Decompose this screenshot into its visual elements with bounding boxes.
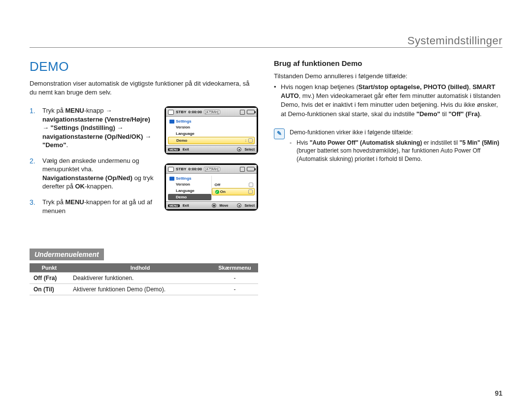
col-punkt: Punkt [30, 263, 69, 273]
menu-tag: MENU [168, 148, 180, 151]
page-number: 91 [495, 389, 502, 397]
right-column: Brug af funktionen Demo Tilstanden Demo … [274, 59, 502, 295]
center-button-icon: ● [237, 203, 241, 208]
text: Start/stop optagelse, PHOTO (billed) [359, 83, 469, 91]
note-block: ✎ Demo-funktionen virker ikke i følgende… [274, 128, 502, 163]
arrow-icon: → [42, 124, 49, 131]
menu-tag: MENU [168, 204, 180, 207]
nav-keys-label: navigationstasterne (Op/Ned/OK) [42, 133, 143, 140]
submenu-heading: Undermenuelement [30, 249, 104, 260]
option-icon [249, 183, 253, 187]
text: Hvis [297, 139, 310, 146]
steps-list: 1. Tryk på MENU-knapp → navigationstaste… [30, 106, 157, 222]
settings-heading: Settings [168, 119, 255, 124]
submenu-table: Punkt Indhold Skærmmenu Off (Fra) Deakti… [30, 263, 258, 295]
step-1: 1. Tryk på MENU-knapp → navigationstaste… [30, 106, 157, 150]
camera-footer: MENU Exit ✥ Move ● Select [166, 201, 257, 209]
camera-screen-2: STBY 0:00:00 [475Min] Settings Version [165, 163, 258, 211]
demo-label: "Demo" [42, 141, 66, 149]
table-row: On (Til) Aktiverer funktionen Demo (Demo… [30, 284, 258, 295]
remaining-time: [475Min] [204, 110, 220, 114]
camera-mode-icon [168, 110, 174, 115]
use-lead: Tilstanden Demo annulleres i følgende ti… [274, 72, 502, 80]
text: Tryk på [42, 198, 65, 206]
note-body: Demo-funktionen virker ikke i følgende t… [290, 128, 502, 163]
text: . [480, 110, 482, 118]
settings-heading: Settings [168, 176, 211, 181]
columns: DEMO Demonstration viser automatisk de v… [30, 59, 502, 295]
table-row: Off (Fra) Deaktiverer funktionen. - [30, 273, 258, 284]
option-icon [248, 138, 253, 143]
stby-label: STBY [176, 110, 186, 114]
menu-item-demo-selected: Demo: [168, 137, 255, 144]
menu-item-language: Language [168, 188, 211, 194]
camera-status-bar: STBY 0:00:00 [475Min] [166, 165, 257, 174]
menu-item-version: Version [168, 181, 211, 188]
text: (bruger batteriet som hovedstrømkilde), … [297, 147, 480, 162]
text: Tryk på [42, 107, 65, 114]
step-number: 3. [30, 198, 38, 215]
check-icon: ✓ [215, 190, 219, 194]
camera-mode-icon [168, 167, 174, 172]
text: til [440, 110, 449, 118]
arrow-icon: → [117, 124, 123, 131]
page-title: DEMO [30, 59, 258, 74]
menu-label: MENU [65, 107, 84, 114]
use-heading: Brug af funktionen Demo [274, 59, 502, 67]
option-on-selected: ✓ On [212, 188, 255, 195]
step-number: 2. [30, 157, 38, 191]
text: . [66, 141, 68, 149]
text: Hvis nogen knap betjenes ( [281, 83, 359, 91]
menu-item-language: Language [168, 130, 255, 137]
card-icon [240, 167, 245, 172]
cell-indhold: Aktiverer funktionen Demo (Demo). [69, 284, 211, 295]
intro-paragraph: Demonstration viser automatisk de vigtig… [30, 79, 258, 96]
manual-page: Systemindstillinger DEMO Demonstration v… [0, 0, 532, 407]
battery-icon [247, 167, 255, 171]
screenshots: STBY 0:00:00 [475Min] Settings Version L… [165, 106, 258, 234]
select-label: Select [244, 148, 255, 151]
camera-footer: MENU Exit ● Select [166, 145, 257, 153]
step-3: 3. Tryk på MENU-knappen for at gå ud af … [30, 198, 157, 215]
section-header: Systemindstillinger [407, 34, 502, 47]
table-header-row: Punkt Indhold Skærmmenu [30, 263, 258, 273]
text: Vælg den ønskede undermenu og menupunkte… [42, 157, 139, 173]
left-column: DEMO Demonstration viser automatisk de v… [30, 59, 258, 295]
cancel-cases: Hvis nogen knap betjenes (Start/stop opt… [274, 83, 502, 119]
move-label: Move [219, 204, 228, 207]
nav-button-icon: ✥ [212, 203, 216, 208]
exit-label: Exit [183, 148, 189, 151]
camera-screen-1: STBY 0:00:00 [475Min] Settings Version L… [165, 106, 258, 155]
card-icon [240, 110, 245, 115]
select-label: Select [244, 204, 255, 207]
nav-keys-label: Navigationstasterne (Op/Ned) [42, 174, 133, 182]
text: -knapp [84, 107, 105, 114]
text: -knappen. [85, 183, 113, 190]
cell-punkt: Off (Fra) [30, 273, 69, 284]
text: "5 Min" (5Min) [460, 139, 499, 146]
camera-status-bar: STBY 0:00:00 [475Min] [166, 108, 257, 117]
list-item: Hvis "Auto Power Off" (Automatisk slukni… [290, 139, 502, 163]
text: er indstillet til [422, 139, 460, 146]
menu-item-demo-active: Demo [168, 194, 211, 200]
text: "Off" (Fra) [448, 110, 480, 118]
col-indhold: Indhold [69, 263, 211, 273]
exit-label: Exit [183, 204, 189, 207]
col-skaermmenu: Skærmmenu [211, 263, 258, 273]
text: "Demo" [416, 110, 440, 118]
list-item: Hvis nogen knap betjenes (Start/stop opt… [274, 83, 502, 119]
rec-time: 0:00:00 [188, 110, 202, 114]
note-dash-list: Hvis "Auto Power Off" (Automatisk slukni… [290, 139, 502, 163]
option-off: Off [212, 182, 255, 188]
note-icon: ✎ [274, 128, 285, 139]
menu-label: MENU [65, 198, 84, 206]
arrow-icon: → [145, 133, 151, 140]
step-2: 2. Vælg den ønskede undermenu og menupun… [30, 157, 157, 191]
header-rule [30, 47, 502, 48]
rec-time: 0:00:00 [188, 167, 202, 171]
note-lead: Demo-funktionen virker ikke i følgende t… [290, 129, 413, 136]
option-icon [248, 189, 253, 194]
nav-keys-label: navigationstasterne (Venstre/Højre) [42, 116, 150, 123]
menu-item-version: Version [168, 124, 255, 130]
arrow-icon: → [105, 107, 112, 114]
